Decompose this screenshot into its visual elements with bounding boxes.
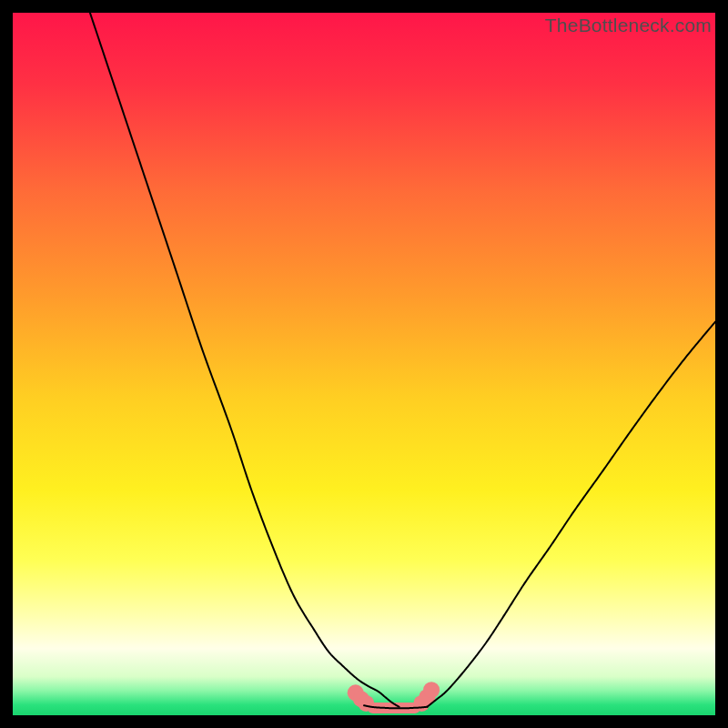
valley-marker (358, 695, 374, 712)
valley-marker (423, 682, 440, 698)
gradient-background (13, 13, 715, 715)
watermark-text: TheBottleneck.com (545, 15, 712, 36)
chart-frame (13, 13, 715, 715)
chart-canvas (13, 13, 715, 715)
